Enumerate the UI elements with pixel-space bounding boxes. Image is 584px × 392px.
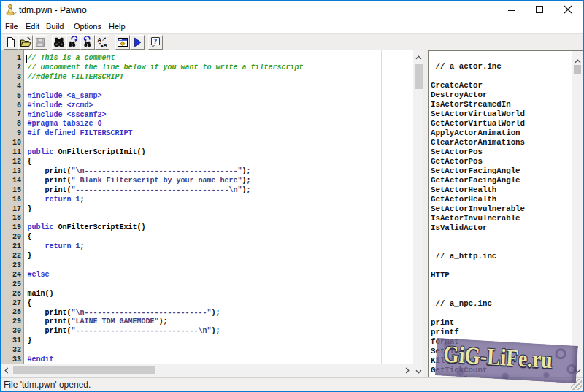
- svg-text:?: ?: [153, 37, 157, 45]
- svg-text:A: A: [98, 36, 102, 43]
- svg-text:B: B: [104, 42, 108, 48]
